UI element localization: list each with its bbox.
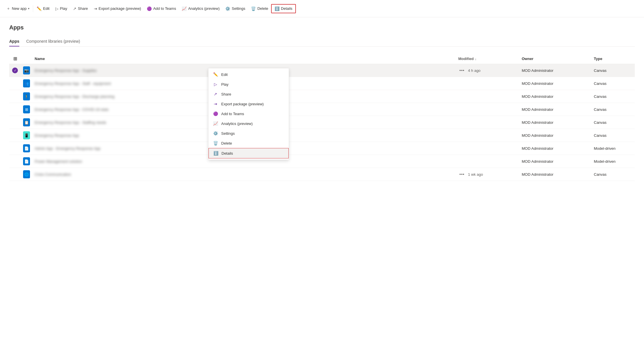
header-name[interactable]: Name (32, 56, 456, 61)
context-menu-details[interactable]: ℹ️ Details (209, 148, 289, 158)
apps-table: ⊞ Name Modified ↓ Owner Type ✓ 📷 Emergen… (9, 54, 635, 181)
row-icon: 📄 (21, 144, 32, 152)
table-row[interactable]: 🌐 Crisis Communication ••• 1 wk ago MOD … (9, 168, 635, 181)
tabs: Apps Component libraries (preview) (9, 37, 635, 47)
row-icon: 📄 (21, 157, 32, 165)
teams-icon: 🟣 (147, 6, 152, 11)
context-menu-share[interactable]: ↗ Share (209, 89, 289, 99)
share-button[interactable]: ↗ Share (70, 5, 91, 13)
sort-arrow: ↓ (475, 57, 476, 61)
settings-button[interactable]: ⚙️ Settings (222, 5, 248, 13)
header-icon (21, 56, 32, 61)
play-icon: ▷ (55, 6, 59, 11)
row-type: Canvas (592, 107, 635, 112)
row-icon: 📷 (21, 66, 32, 74)
context-menu-add-to-teams-label: Add to Teams (221, 112, 244, 116)
row-owner: MOD Administrator (519, 159, 592, 164)
row-icon: 🚶 (21, 92, 32, 100)
header-modified[interactable]: Modified ↓ (456, 56, 519, 61)
toolbar-divider (33, 5, 33, 12)
context-menu-export[interactable]: ⇥ Export package (preview) (209, 99, 289, 109)
header-owner: Owner (519, 56, 592, 61)
row-type: Model-driven (592, 146, 635, 151)
app-icon: 📄 (23, 157, 30, 165)
context-menu-play[interactable]: ▷ Play (209, 79, 289, 89)
header-type: Type (592, 56, 635, 61)
context-menu-add-to-teams[interactable]: 🟣 Add to Teams (209, 109, 289, 119)
play-button[interactable]: ▷ Play (52, 5, 70, 13)
row-modified: ••• 1 wk ago (456, 171, 519, 177)
analytics-icon: 📈 (182, 6, 187, 11)
main-content: Apps Apps Component libraries (preview) … (0, 17, 644, 188)
edit-icon: ✏️ (213, 72, 218, 77)
settings-icon: ⚙️ (213, 131, 218, 136)
context-menu-delete-label: Delete (221, 141, 232, 145)
row-owner: MOD Administrator (519, 172, 592, 177)
export-button[interactable]: ⇥ Export package (preview) (91, 5, 144, 13)
toolbar: ＋ New app ▾ ✏️ Edit ▷ Play ↗ Share ⇥ Exp… (0, 0, 644, 17)
row-icon: 📱 (21, 131, 32, 139)
row-owner: MOD Administrator (519, 94, 592, 99)
table-row[interactable]: 🚶 Emergency Response App - Discharge pla… (9, 90, 635, 103)
row-modified: ••• 4 h ago (456, 68, 519, 73)
analytics-button[interactable]: 📈 Analytics (preview) (179, 5, 222, 13)
context-menu-edit-label: Edit (221, 72, 228, 77)
ellipsis-button[interactable]: ••• (458, 171, 466, 177)
row-type: Canvas (592, 94, 635, 99)
row-owner: MOD Administrator (519, 146, 592, 151)
context-menu-export-label: Export package (preview) (221, 102, 264, 106)
settings-icon: ⚙️ (225, 6, 230, 11)
context-menu-delete[interactable]: 🗑️ Delete (209, 138, 289, 148)
info-icon: ℹ️ (275, 6, 279, 11)
add-to-teams-button[interactable]: 🟣 Add to Teams (144, 5, 179, 13)
table-row[interactable]: 📋 Emergency Response App - Staffing need… (9, 116, 635, 129)
table-row[interactable]: 📄 Admin App - Emergency Response App MOD… (9, 142, 635, 155)
plus-icon: ＋ (6, 6, 10, 11)
table-row[interactable]: 👥 Emergency Response App - Staff - equip… (9, 77, 635, 90)
play-icon: ▷ (213, 82, 218, 87)
edit-icon: ✏️ (37, 6, 42, 11)
export-icon: ⇥ (213, 102, 218, 106)
chevron-down-icon: ▾ (28, 7, 29, 10)
table-row[interactable]: 📱 Emergency Response App MOD Administrat… (9, 129, 635, 142)
context-menu-share-label: Share (221, 92, 231, 96)
context-menu-details-label: Details (221, 151, 233, 156)
row-owner: MOD Administrator (519, 120, 592, 125)
table-header: ⊞ Name Modified ↓ Owner Type (9, 54, 635, 64)
share-icon: ↗ (73, 6, 76, 11)
app-icon: 🌐 (23, 170, 30, 178)
app-icon: ⊞ (23, 105, 30, 113)
edit-button[interactable]: ✏️ Edit (34, 5, 52, 13)
tab-apps[interactable]: Apps (9, 37, 19, 46)
table-row[interactable]: ⊞ Emergency Response App - COVID-19 stat… (9, 103, 635, 116)
header-check: ⊞ (9, 56, 21, 61)
delete-button[interactable]: 🗑️ Delete (248, 5, 271, 13)
row-icon: 👥 (21, 79, 32, 87)
row-type: Canvas (592, 133, 635, 138)
app-icon: 📄 (23, 144, 30, 152)
row-type: Canvas (592, 120, 635, 125)
row-type: Canvas (592, 68, 635, 73)
ellipsis-button[interactable]: ••• (458, 68, 466, 73)
context-menu-edit[interactable]: ✏️ Edit (209, 70, 289, 79)
context-menu-settings-label: Settings (221, 131, 235, 136)
row-type: Canvas (592, 172, 635, 177)
app-icon: 📷 (23, 66, 30, 74)
tab-component-libraries[interactable]: Component libraries (preview) (26, 37, 80, 46)
row-check[interactable]: ✓ (9, 68, 21, 73)
row-owner: MOD Administrator (519, 81, 592, 86)
check-selected-icon: ✓ (12, 68, 18, 73)
info-icon: ℹ️ (213, 151, 218, 156)
context-menu-settings[interactable]: ⚙️ Settings (209, 128, 289, 138)
row-icon: ⊞ (21, 105, 32, 113)
table-row[interactable]: 📄 Power Management solution MOD Administ… (9, 155, 635, 168)
details-button[interactable]: ℹ️ Details (271, 4, 296, 13)
teams-icon: 🟣 (213, 111, 218, 116)
grid-icon[interactable]: ⊞ (13, 56, 17, 61)
table-row[interactable]: ✓ 📷 Emergency Response App - Supplies ••… (9, 64, 635, 77)
context-menu-analytics[interactable]: 📈 Analytics (preview) (209, 119, 289, 128)
row-owner: MOD Administrator (519, 133, 592, 138)
app-icon: 📋 (23, 118, 30, 126)
share-icon: ↗ (213, 92, 218, 96)
new-app-button[interactable]: ＋ New app ▾ (3, 4, 32, 13)
